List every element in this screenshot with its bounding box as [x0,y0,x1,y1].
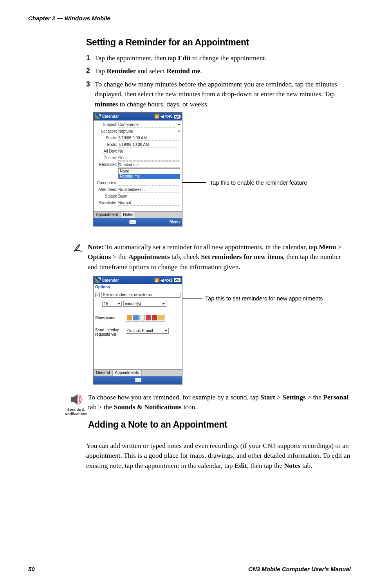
show-icons-toolbar [126,314,165,322]
svg-marker-1 [74,394,78,405]
wm-title-text: Calendar [102,278,119,282]
reminder-option-none[interactable]: None [119,169,180,174]
appointment-form: Subject:Conference Location:Neptune Star… [94,120,182,207]
signal-icon: 📶 [154,278,159,282]
occurs-label: Occurs: [96,156,118,160]
wm-tabs: Appointment Notes [94,211,182,218]
location-icon[interactable] [146,315,151,320]
step-text: Tap the appointment, then tap Edit to ch… [95,53,352,63]
attendees-field[interactable]: No attendees... [118,187,180,192]
page-number: 50 [28,566,35,572]
show-icons-label: Show icons: [95,316,124,320]
dropdown-icon [162,303,165,305]
reminder-option-remindme[interactable]: Remind me [119,174,180,179]
bold: Remind me [166,67,200,75]
wm-titlebar: Calendar 📶 ◀ 4:40 ok [94,113,182,120]
options-header: Options [94,284,182,290]
start-flag-icon[interactable] [95,277,101,283]
reminder-number-select[interactable]: 15 [102,301,122,307]
bold: Notes [284,462,301,469]
wm-time: 4:40 [164,114,172,119]
bold: Appointments [128,253,170,261]
sensitivity-label: Sensitivity: [96,201,118,205]
ok-button[interactable]: ok [174,278,180,282]
keyboard-icon[interactable]: ⌨ [135,378,141,383]
tab-notes[interactable]: Notes [121,212,136,218]
reminder-field[interactable]: Remind me [118,162,180,167]
callout-text: Tap this to enable the reminder feature [210,180,307,186]
note-icon [74,243,85,272]
reminder-label: Reminder: [96,162,118,167]
location-label: Location: [96,129,118,133]
text: > the [306,393,323,401]
speaker-icon [69,392,83,406]
send-meeting-label: Send meeting requests via: [95,328,124,336]
screenshot-1-block: Calendar 📶 ◀ 4:40 ok Subject:Conference … [93,112,352,227]
manual-title: CN3 Mobile Computer User's Manual [248,566,351,572]
show-icons-row: Show icons: [94,312,182,323]
dropdown-icon[interactable] [178,131,180,132]
sensitivity-field[interactable]: Normal [118,200,180,206]
note-label: Note: [88,243,104,251]
ok-button[interactable]: ok [174,115,180,119]
private-icon[interactable] [158,315,164,320]
status-field[interactable]: Busy [118,193,180,199]
occurs-field[interactable]: Once [118,155,180,161]
volume-icon: ◀ [161,278,164,282]
text: To choose how you are reminded, for exam… [88,393,260,401]
callout-line [182,182,206,183]
send-via-select[interactable]: Outlook E-mail [126,328,169,334]
tab-appointments[interactable]: Appointments [113,370,142,376]
start-flag-icon[interactable] [95,114,101,119]
note-mini-icon[interactable] [139,315,145,320]
text: To change how many minutes before the ap… [95,80,337,98]
section2-title: Adding a Note to an Appointment [88,419,352,430]
allday-field[interactable]: No [118,148,180,154]
dropdown-icon [165,330,167,332]
bold: Settings [283,393,306,401]
step-1: 1 Tap the appointment, then tap Edit to … [86,53,352,63]
page-content: Setting a Reminder for an Appointment 1 … [86,37,352,471]
text: > [275,393,283,401]
set-reminders-checkbox[interactable]: ✓ [95,293,100,297]
calendar-edit-screenshot: Calendar 📶 ◀ 4:40 ok Subject:Conference … [93,112,182,227]
sounds-icon-label: Sounds & Notifications [65,407,87,416]
step-text: Tap Reminder and select Remind me. [95,66,352,76]
ends-field[interactable]: 7/19/06 10:00 AM [118,142,180,147]
categories-field[interactable] [118,180,180,186]
dropdown-icon[interactable] [178,124,180,126]
keyboard-icon[interactable]: ⌨ [129,219,136,225]
allday-label: All Day: [96,149,118,153]
wm-tabs: General Appointments [94,369,182,376]
step-num: 3 [86,79,95,109]
reminder-time-row: 15 minute(s) [94,299,182,308]
wm-bottombar: ⌨ Menu [94,218,182,226]
recur-icon[interactable] [133,315,139,320]
reminder-unit-select[interactable]: minute(s) [123,301,166,307]
subject-field[interactable]: Conference [118,122,176,128]
starts-field[interactable]: 7/19/06 9:00 AM [118,135,180,141]
sounds-block: Sounds & Notifications To choose how you… [65,392,352,435]
tab-appointment[interactable]: Appointment [94,212,121,218]
attendee-icon[interactable] [152,315,157,320]
svg-rect-0 [71,397,74,402]
bold: Personal [323,393,348,401]
text: tab. [301,462,312,469]
location-field[interactable]: Neptune [118,128,176,134]
note-text: Note: To automatically set a reminder fo… [88,242,352,272]
signal-icon: 📶 [154,114,159,119]
text: . [200,67,202,75]
reminder-dropdown: None Remind me [118,168,180,179]
step-num: 1 [86,53,95,63]
tab-general[interactable]: General [94,370,113,376]
section2-paragraph: You can add written or typed notes and e… [86,441,352,471]
menu-button[interactable]: Menu [170,220,180,224]
set-reminders-row: ✓ Set reminders for new items [94,290,182,299]
set-reminders-label: Set reminders for new items [101,292,180,298]
bell-icon[interactable] [127,315,132,320]
wm-time: 4:41 [164,278,172,282]
text: Tap the appointment, then tap [95,54,178,62]
subject-label: Subject: [96,122,118,127]
step-2: 2 Tap Reminder and select Remind me. [86,66,352,76]
volume-icon: ◀ [161,114,164,119]
